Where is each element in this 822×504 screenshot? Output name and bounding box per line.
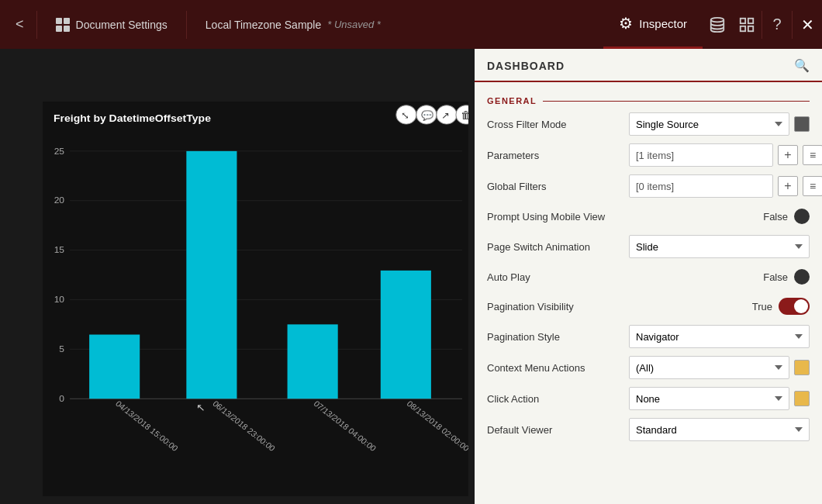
cross-filter-mode-control: Single Source Multiple Sources None <box>629 112 810 136</box>
page-switch-control: Slide Fade None <box>629 235 810 258</box>
gear-icon: ⚙ <box>619 14 633 33</box>
global-filters-row: Global Filters + ≡ <box>475 171 822 202</box>
back-button[interactable]: < <box>9 13 30 36</box>
search-icon[interactable]: 🔍 <box>794 58 810 81</box>
context-menu-swatch[interactable] <box>794 360 810 375</box>
parameters-row: Parameters + ≡ <box>475 140 822 171</box>
svg-text:15: 15 <box>54 245 64 255</box>
parameters-label: Parameters <box>487 150 623 161</box>
global-filters-menu-button[interactable]: ≡ <box>803 176 822 196</box>
prompt-mobile-control: False <box>763 209 810 224</box>
prompt-mobile-row: Prompt Using Mobile View False <box>475 202 822 231</box>
inspector-header: DASHBOARD 🔍 <box>475 49 822 82</box>
bar-2 <box>186 151 237 399</box>
parameters-add-button[interactable]: + <box>778 145 798 165</box>
inspector-panel: DASHBOARD 🔍 GENERAL Cross Filter Mode Si… <box>475 49 822 504</box>
global-filters-add-button[interactable]: + <box>778 176 798 196</box>
bar-3 <box>288 324 338 399</box>
inspector-body: GENERAL Cross Filter Mode Single Source … <box>475 82 822 504</box>
click-action-swatch[interactable] <box>794 391 810 406</box>
default-viewer-label: Default Viewer <box>487 424 623 436</box>
prompt-mobile-label: Prompt Using Mobile View <box>487 211 623 223</box>
doc-name-label: Local Timezone Sample <box>206 19 321 31</box>
pagination-style-label: Pagination Style <box>487 331 623 343</box>
svg-rect-2 <box>748 18 753 22</box>
default-viewer-row: Default Viewer Standard Mobile Auto <box>475 414 822 445</box>
close-button[interactable]: ✕ <box>793 0 822 49</box>
cross-filter-mode-row: Cross Filter Mode Single Source Multiple… <box>475 109 822 140</box>
svg-point-0 <box>711 17 724 22</box>
context-menu-label: Context Menu Actions <box>487 362 623 374</box>
svg-text:🗑: 🗑 <box>461 109 468 121</box>
default-viewer-control: Standard Mobile Auto <box>629 418 810 441</box>
svg-text:0: 0 <box>59 393 64 403</box>
chart-svg-wrapper: Freight by DatetimeOffsetType ⤡ 💬 ↗ 🗑 25… <box>43 102 468 496</box>
auto-play-value: False <box>763 271 788 283</box>
click-action-control: None Navigate Filter <box>629 387 810 410</box>
context-menu-select[interactable]: (All) None Custom <box>629 356 789 379</box>
svg-text:5: 5 <box>59 343 64 354</box>
parameters-control: + ≡ <box>629 143 822 167</box>
auto-play-toggle[interactable] <box>794 269 810 285</box>
page-switch-row: Page Switch Animation Slide Fade None <box>475 231 822 262</box>
cross-filter-mode-select[interactable]: Single Source Multiple Sources None <box>629 112 789 136</box>
topbar-left: < Document Settings Local Timezone Sampl… <box>0 11 603 39</box>
pagination-visibility-row: Pagination Visibility True <box>475 292 822 321</box>
global-filters-input[interactable] <box>629 174 773 198</box>
bar-1 <box>89 335 140 399</box>
pagination-visibility-toggle[interactable] <box>779 298 810 315</box>
doc-settings-label: Document Settings <box>76 19 168 31</box>
default-viewer-select[interactable]: Standard Mobile Auto <box>629 418 810 441</box>
pagination-visibility-value: True <box>752 301 772 312</box>
help-icon-btn[interactable]: ? <box>762 0 792 49</box>
cross-filter-mode-label: Cross Filter Mode <box>487 119 623 130</box>
svg-text:⤡: ⤡ <box>401 110 409 121</box>
pagination-style-row: Pagination Style Navigator Dots Numbers <box>475 321 822 352</box>
svg-text:10: 10 <box>54 295 65 305</box>
pagination-style-select[interactable]: Navigator Dots Numbers <box>629 325 810 348</box>
context-menu-row: Context Menu Actions (All) None Custom <box>475 352 822 383</box>
inspector-panel-title: DASHBOARD <box>487 60 565 80</box>
auto-play-label: Auto Play <box>487 271 623 283</box>
svg-text:Freight by DatetimeOffsetType: Freight by DatetimeOffsetType <box>54 113 211 125</box>
prompt-mobile-value: False <box>763 211 788 223</box>
svg-rect-1 <box>741 18 745 22</box>
svg-text:20: 20 <box>54 195 65 205</box>
page-switch-select[interactable]: Slide Fade None <box>629 235 810 258</box>
svg-text:↖: ↖ <box>196 402 206 414</box>
auto-play-row: Auto Play False <box>475 262 822 292</box>
cross-filter-swatch[interactable] <box>794 116 810 132</box>
unsaved-label: * Unsaved * <box>327 19 381 30</box>
context-menu-control: (All) None Custom <box>629 356 810 379</box>
inspector-tab[interactable]: ⚙ Inspector <box>603 0 703 49</box>
inspector-tab-label: Inspector <box>639 17 687 30</box>
topbar-doc-item[interactable]: Local Timezone Sample * Unsaved * <box>193 19 393 31</box>
prompt-mobile-toggle[interactable] <box>794 209 810 224</box>
chart-area: Freight by DatetimeOffsetType ⤡ 💬 ↗ 🗑 25… <box>0 49 475 504</box>
bar-4 <box>381 271 431 399</box>
topbar-app-item[interactable]: Document Settings <box>43 18 180 32</box>
pagination-visibility-label: Pagination Visibility <box>487 301 623 312</box>
layout-icon-btn[interactable] <box>732 0 762 49</box>
page-switch-label: Page Switch Animation <box>487 241 623 253</box>
auto-play-control: False <box>763 269 810 285</box>
main-content: Freight by DatetimeOffsetType ⤡ 💬 ↗ 🗑 25… <box>0 49 822 504</box>
general-section-label: GENERAL <box>475 90 822 109</box>
svg-text:25: 25 <box>54 146 64 156</box>
pagination-style-control: Navigator Dots Numbers <box>629 325 810 348</box>
click-action-label: Click Action <box>487 393 623 405</box>
divider-2 <box>186 11 187 39</box>
parameters-menu-button[interactable]: ≡ <box>803 145 822 165</box>
global-filters-label: Global Filters <box>487 181 623 192</box>
parameters-input[interactable] <box>629 143 773 167</box>
svg-rect-3 <box>741 26 745 30</box>
database-icon-btn[interactable] <box>703 0 732 49</box>
click-action-select[interactable]: None Navigate Filter <box>629 387 789 410</box>
chart-svg: Freight by DatetimeOffsetType ⤡ 💬 ↗ 🗑 25… <box>43 102 468 496</box>
pagination-visibility-control: True <box>752 298 810 315</box>
global-filters-control: + ≡ <box>629 174 822 198</box>
click-action-row: Click Action None Navigate Filter <box>475 383 822 414</box>
svg-rect-4 <box>748 26 753 30</box>
topbar: < Document Settings Local Timezone Sampl… <box>0 0 822 49</box>
svg-text:↗: ↗ <box>441 110 450 121</box>
